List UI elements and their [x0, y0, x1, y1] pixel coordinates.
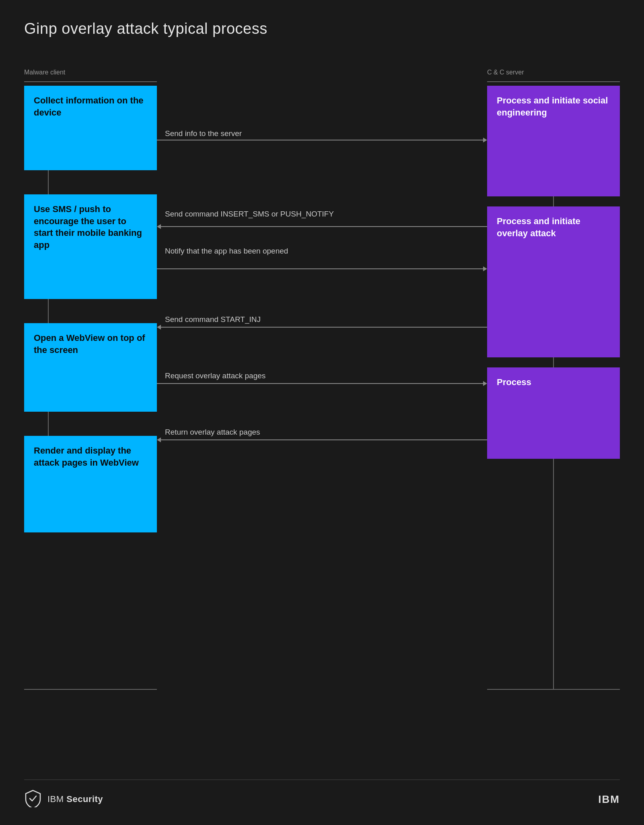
blue-box-collect-info: Collect information on the device: [24, 86, 157, 170]
blue-box-use-sms: Use SMS / push to encourage the user to …: [24, 194, 157, 299]
cc-server-label: C & C server: [487, 69, 620, 76]
arrow-label-send-command-inj: Send command START_INJ: [165, 315, 382, 324]
ibm-security-text: IBM Security: [47, 794, 103, 804]
ibm-logo-right: IBM: [598, 793, 620, 806]
arrow-label-send-command-sms: Send command INSERT_SMS or PUSH_NOTIFY: [165, 210, 382, 219]
svg-marker-21: [157, 437, 161, 442]
svg-marker-11: [483, 138, 487, 142]
shield-icon: [24, 790, 42, 809]
arrow-label-send-info: Send info to the server: [165, 129, 358, 138]
svg-marker-19: [483, 381, 487, 386]
purple-box-process: Process: [487, 367, 620, 459]
purple-box-overlay-attack: Process and initiate overlay attack: [487, 206, 620, 357]
arrow-label-request-overlay: Request overlay attack pages: [165, 371, 382, 380]
blue-box-render-display: Render and display the attack pages in W…: [24, 436, 157, 532]
ibm-security-logo: IBM Security: [24, 790, 103, 809]
footer: IBM Security IBM: [24, 780, 620, 809]
arrow-label-return-overlay: Return overlay attack pages: [165, 428, 382, 437]
purple-box-social-engineering: Process and initiate social engineering: [487, 86, 620, 196]
arrow-label-notify-opened: Notify that the app has been opened: [165, 247, 382, 256]
diagram-wrapper: Malware client Collect information on th…: [24, 62, 620, 786]
page-container: Ginp overlay attack typical process: [0, 0, 644, 825]
svg-marker-15: [483, 266, 487, 271]
svg-marker-13: [157, 224, 161, 229]
page-title: Ginp overlay attack typical process: [24, 20, 620, 37]
malware-client-label: Malware client: [24, 69, 105, 76]
svg-marker-17: [157, 325, 161, 330]
blue-box-open-webview: Open a WebView on top of the screen: [24, 323, 157, 412]
